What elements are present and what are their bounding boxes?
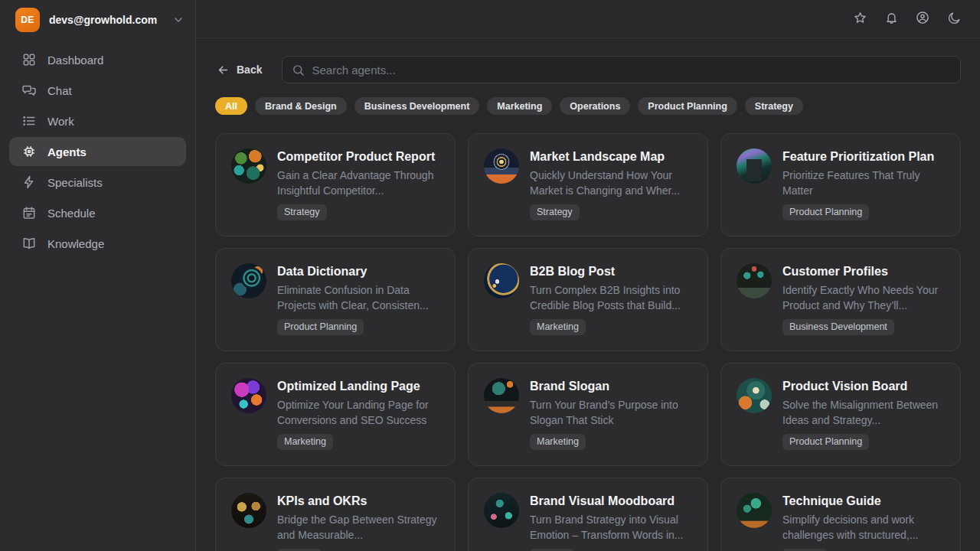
category-filters: All Brand & Design Business Development … <box>215 97 961 115</box>
search-input[interactable] <box>312 64 951 77</box>
agent-grid: Competitor Product Report Gain a Clear A… <box>215 133 961 551</box>
card-art <box>484 493 519 528</box>
category-badge: Strategy <box>530 204 580 220</box>
card-art <box>737 148 772 184</box>
sidebar-item-schedule[interactable]: Schedule <box>9 198 186 227</box>
card-title: Technique Guide <box>782 493 945 510</box>
card-description: Quickly Understand How Your Market is Ch… <box>530 168 692 198</box>
sidebar-item-label: Chat <box>47 84 72 97</box>
agent-card-kpis-and-okrs[interactable]: KPIs and OKRs Bridge the Gap Between Str… <box>215 478 456 551</box>
filter-operations[interactable]: Operations <box>560 97 630 115</box>
card-title: Market Landscape Map <box>530 148 692 165</box>
category-badge: Business Development <box>782 319 894 335</box>
filter-brand-design[interactable]: Brand & Design <box>255 97 347 115</box>
agent-card-competitor-product-report[interactable]: Competitor Product Report Gain a Clear A… <box>215 133 456 236</box>
theme-toggle-button[interactable] <box>943 8 965 30</box>
card-description: Turn Brand Strategy into Visual Emotion … <box>530 512 692 543</box>
agent-card-optimized-landing-page[interactable]: Optimized Landing Page Optimize Your Lan… <box>215 363 456 466</box>
filter-product-planning[interactable]: Product Planning <box>638 97 737 115</box>
account-email: devs@growhold.com <box>49 14 163 26</box>
card-art <box>484 263 519 298</box>
card-art <box>484 148 519 184</box>
sidebar-nav: Dashboard Chat Work Agents Specialists <box>0 44 195 259</box>
topbar <box>196 0 980 38</box>
card-description: Simplify decisions and work challenges w… <box>782 512 945 543</box>
card-description: Turn Complex B2B Insights into Credible … <box>530 282 692 313</box>
card-art <box>231 378 266 413</box>
card-description: Bridge the Gap Between Strategy and Meas… <box>277 512 439 543</box>
sidebar-item-label: Specialists <box>47 176 103 189</box>
calendar-icon <box>21 205 37 220</box>
sidebar-item-knowledge[interactable]: Knowledge <box>9 229 186 258</box>
bolt-icon <box>21 174 37 190</box>
sidebar-item-work[interactable]: Work <box>9 106 186 135</box>
filter-strategy[interactable]: Strategy <box>745 97 803 115</box>
card-title: Brand Slogan <box>530 378 692 395</box>
card-art <box>231 263 266 298</box>
avatar: DE <box>15 8 40 32</box>
sidebar-item-label: Dashboard <box>47 54 103 67</box>
agent-card-technique-guide[interactable]: Technique Guide Simplify decisions and w… <box>720 478 961 551</box>
card-description: Identify Exactly Who Needs Your Product … <box>782 282 945 313</box>
card-title: Competitor Product Report <box>277 148 439 165</box>
agents-page: Back All Brand & Design Business Develop… <box>196 38 980 551</box>
back-label: Back <box>237 64 262 76</box>
back-button[interactable]: Back <box>215 64 263 77</box>
card-description: Solve the Misalignment Between Ideas and… <box>782 397 945 428</box>
category-badge: Marketing <box>530 434 586 450</box>
sidebar-item-agents[interactable]: Agents <box>9 137 186 166</box>
star-icon <box>853 11 867 28</box>
account-icon <box>915 10 930 28</box>
card-description: Optimize Your Landing Page for Conversio… <box>277 397 439 428</box>
agent-card-product-vision-board[interactable]: Product Vision Board Solve the Misalignm… <box>720 363 961 466</box>
card-description: Eliminate Confusion in Data Projects wit… <box>277 282 439 313</box>
card-title: Optimized Landing Page <box>277 378 439 395</box>
agent-card-brand-visual-moodboard[interactable]: Brand Visual Moodboard Turn Brand Strate… <box>468 478 708 551</box>
category-badge: Product Planning <box>277 319 364 335</box>
agent-card-data-dictionary[interactable]: Data Dictionary Eliminate Confusion in D… <box>215 248 456 351</box>
notifications-button[interactable] <box>880 8 902 30</box>
main-area: Back All Brand & Design Business Develop… <box>196 0 980 551</box>
card-art <box>737 493 772 528</box>
account-switcher[interactable]: DE devs@growhold.com <box>0 0 195 40</box>
profile-button[interactable] <box>912 8 933 30</box>
agent-card-feature-prioritization-plan[interactable]: Feature Prioritization Plan Prioritize F… <box>720 133 961 236</box>
card-title: Data Dictionary <box>277 263 439 280</box>
sidebar: DE devs@growhold.com Dashboard Chat Work <box>0 0 196 551</box>
card-art <box>737 263 772 298</box>
favorites-button[interactable] <box>849 8 871 30</box>
card-description: Prioritize Features That Truly Matter <box>782 168 945 198</box>
chat-icon <box>21 83 37 98</box>
agent-card-brand-slogan[interactable]: Brand Slogan Turn Your Brand’s Purpose i… <box>468 363 708 466</box>
list-icon <box>21 113 37 129</box>
agent-card-b2b-blog-post[interactable]: B2B Blog Post Turn Complex B2B Insights … <box>468 248 708 351</box>
sidebar-item-dashboard[interactable]: Dashboard <box>9 45 186 74</box>
card-title: Product Vision Board <box>782 378 945 395</box>
search-icon <box>292 64 305 77</box>
card-title: KPIs and OKRs <box>277 493 439 510</box>
filter-all[interactable]: All <box>215 97 247 115</box>
agent-card-customer-profiles[interactable]: Customer Profiles Identify Exactly Who N… <box>720 248 961 351</box>
sidebar-item-specialists[interactable]: Specialists <box>9 168 186 197</box>
card-art <box>231 148 266 184</box>
moon-icon <box>947 11 962 28</box>
chevron-down-icon <box>172 14 185 26</box>
chip-icon <box>21 144 37 159</box>
category-badge: Strategy <box>277 204 327 220</box>
filter-business-development[interactable]: Business Development <box>354 97 480 115</box>
card-title: Brand Visual Moodboard <box>530 493 692 510</box>
card-art <box>231 493 266 528</box>
category-badge: Marketing <box>530 319 586 335</box>
arrow-left-icon <box>217 64 230 77</box>
card-description: Turn Your Brand’s Purpose into Slogan Th… <box>530 397 692 428</box>
card-description: Gain a Clear Advantage Through Insightfu… <box>277 168 439 198</box>
agent-card-market-landscape-map[interactable]: Market Landscape Map Quickly Understand … <box>468 133 708 236</box>
search-box[interactable] <box>282 56 961 83</box>
sidebar-item-label: Schedule <box>47 207 96 220</box>
category-badge: Product Planning <box>782 434 869 450</box>
filter-marketing[interactable]: Marketing <box>487 97 552 115</box>
bell-icon <box>884 11 899 28</box>
card-art <box>484 378 519 413</box>
sidebar-item-label: Knowledge <box>47 237 104 250</box>
sidebar-item-chat[interactable]: Chat <box>9 76 186 105</box>
